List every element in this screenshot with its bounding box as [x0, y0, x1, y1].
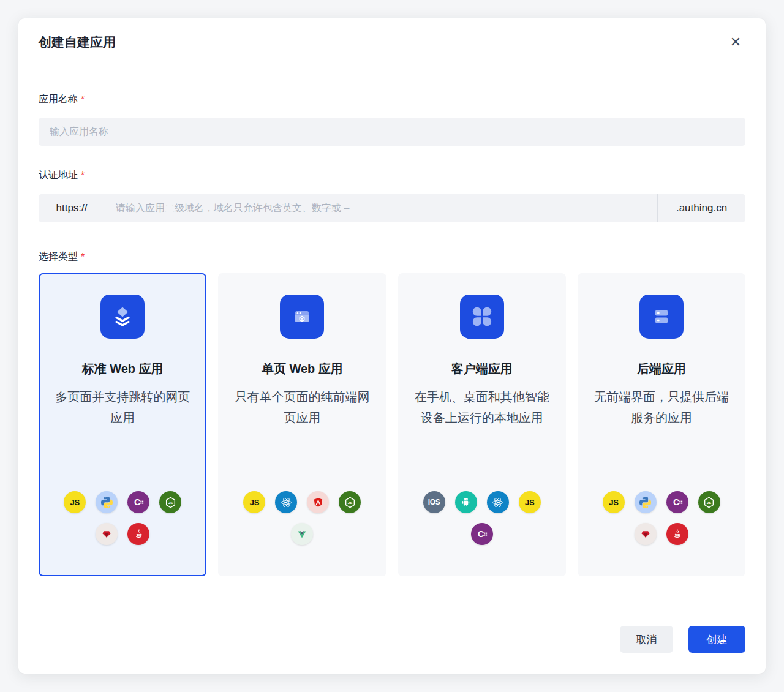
ios-icon: iOS: [423, 491, 445, 513]
cancel-button[interactable]: 取消: [620, 626, 673, 653]
card-title: 客户端应用: [451, 361, 513, 377]
app-type-cards: 标准 Web 应用 多页面并支持跳转的网页应用 JSCJS 单页 Web 应用 …: [39, 273, 745, 576]
app-type-card-standard-web[interactable]: 标准 Web 应用 多页面并支持跳转的网页应用 JSCJS: [39, 273, 206, 576]
svg-text:C: C: [478, 529, 484, 539]
tech-icon-row: [603, 523, 720, 545]
auth-url-label: 认证地址 *: [39, 169, 745, 182]
card-description: 多页面并支持跳转的网页应用: [51, 386, 194, 428]
url-suffix: .authing.cn: [657, 194, 745, 222]
dialog-title: 创建自建应用: [39, 34, 116, 51]
svg-text:JS: JS: [707, 500, 711, 504]
java-icon: [127, 523, 149, 545]
app-name-input[interactable]: [39, 118, 745, 146]
vue-icon: [291, 523, 313, 545]
android-icon: [455, 491, 477, 513]
tech-icons: JSCJS: [603, 491, 720, 545]
tech-icon-row: JSCJS: [603, 491, 720, 513]
java-icon: [666, 523, 688, 545]
close-icon: ✕: [730, 36, 741, 49]
layers-icon: [100, 295, 145, 339]
required-asterisk: *: [81, 252, 85, 263]
card-title: 标准 Web 应用: [82, 361, 164, 377]
dialog-footer: 取消 创建: [620, 626, 745, 653]
react-icon: [487, 491, 509, 513]
js-icon: JS: [243, 491, 265, 513]
tech-icon-row: JSCJS: [64, 491, 181, 513]
dialog-body: 应用名称 * 认证地址 * https:// .authing.cn 选择类型 …: [18, 93, 766, 576]
svg-text:JS: JS: [168, 500, 172, 504]
tech-icon-row: [64, 523, 181, 545]
app-type-card-backend[interactable]: 后端应用 无前端界面，只提供后端服务的应用 JSCJS: [578, 273, 745, 576]
csharp-icon: C: [471, 523, 493, 545]
nodejs-icon: JS: [159, 491, 181, 513]
card-title: 后端应用: [637, 361, 686, 377]
card-description: 只有单个页面的纯前端网页应用: [231, 386, 373, 428]
app-type-card-spa-web[interactable]: 单页 Web 应用 只有单个页面的纯前端网页应用 JSJS: [218, 273, 386, 576]
card-description: 无前端界面，只提供后端服务的应用: [590, 386, 733, 428]
tech-icon-row: iOSJS: [423, 491, 541, 513]
svg-text:C: C: [134, 497, 140, 507]
app-type-card-client[interactable]: 客户端应用 在手机、桌面和其他智能设备上运行的本地应用 iOSJSC: [398, 273, 566, 576]
nodejs-icon: JS: [698, 491, 720, 513]
card-description: 在手机、桌面和其他智能设备上运行的本地应用: [411, 386, 553, 428]
tech-icons: JSCJS: [64, 491, 181, 545]
svg-text:JS: JS: [348, 500, 352, 504]
angular-icon: [307, 491, 329, 513]
python-icon: [635, 491, 657, 513]
js-icon: JS: [64, 491, 86, 513]
csharp-icon: C: [666, 491, 688, 513]
close-button[interactable]: ✕: [726, 32, 745, 52]
tech-icon-row: C: [423, 523, 541, 545]
ruby-icon: [96, 523, 118, 545]
app-name-label: 应用名称 *: [39, 93, 745, 106]
auth-url-field: https:// .authing.cn: [39, 194, 745, 222]
react-icon: [275, 491, 297, 513]
create-button[interactable]: 创建: [688, 626, 745, 653]
server-icon: [639, 295, 684, 339]
required-asterisk: *: [81, 94, 85, 105]
js-icon: JS: [603, 491, 625, 513]
create-app-dialog: 创建自建应用 ✕ 应用名称 * 认证地址 * https:// .authing…: [18, 18, 766, 674]
python-icon: [96, 491, 118, 513]
tech-icons: JSJS: [243, 491, 361, 545]
csharp-icon: C: [127, 491, 149, 513]
url-prefix: https://: [39, 194, 105, 222]
svg-text:C: C: [673, 497, 679, 507]
auth-domain-input[interactable]: [105, 194, 657, 222]
js-icon: JS: [519, 491, 541, 513]
tech-icon-row: [243, 523, 361, 545]
browser-window-icon: [280, 295, 324, 339]
tech-icons: iOSJSC: [423, 491, 541, 545]
petals-icon: [460, 295, 504, 339]
dialog-header: 创建自建应用 ✕: [18, 18, 766, 66]
ruby-icon: [635, 523, 657, 545]
required-asterisk: *: [81, 170, 85, 181]
app-type-label: 选择类型 *: [39, 250, 745, 263]
nodejs-icon: JS: [339, 491, 361, 513]
card-title: 单页 Web 应用: [262, 361, 343, 377]
tech-icon-row: JSJS: [243, 491, 361, 513]
